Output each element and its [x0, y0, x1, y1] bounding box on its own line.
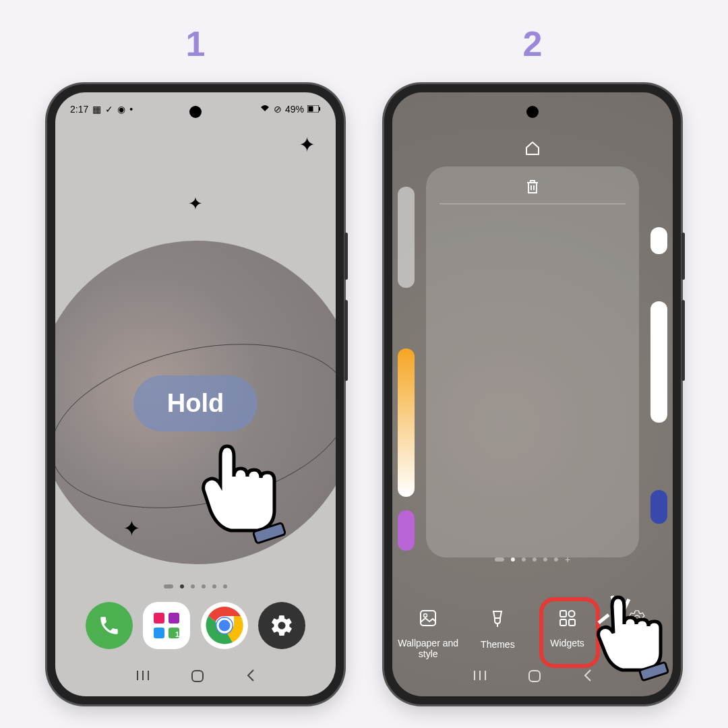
picture-icon: ▦	[92, 104, 101, 115]
check-icon: ✓	[105, 104, 113, 115]
svg-rect-16	[421, 611, 435, 626]
wallpaper-button[interactable]: Wallpaper and style	[394, 609, 462, 659]
phone-frame-2: + Wallpaper and style Themes	[384, 84, 681, 704]
step-1: 1 2:17 ▦ ✓ ◉ • ⊘ 49%	[47, 24, 344, 704]
page-preview-left[interactable]	[398, 187, 415, 288]
svg-rect-4	[169, 613, 179, 624]
side-button	[681, 300, 685, 381]
sparkle-icon: ✦	[299, 133, 315, 156]
home-screen[interactable]: 2:17 ▦ ✓ ◉ • ⊘ 49%	[55, 92, 336, 696]
edit-home-screen[interactable]: + Wallpaper and style Themes	[392, 92, 673, 696]
settings-app-icon[interactable]	[258, 602, 305, 649]
dot	[212, 584, 216, 588]
wallpaper-label: Wallpaper and style	[394, 638, 462, 659]
apps-grid-icon[interactable]: 15	[143, 602, 190, 649]
dot	[511, 557, 515, 562]
step-2: 2	[384, 24, 681, 704]
back-button[interactable]	[245, 668, 256, 688]
svg-point-17	[424, 614, 427, 617]
side-button	[681, 233, 685, 280]
dot	[522, 557, 526, 562]
status-time: 2:17	[70, 104, 88, 115]
hold-label: Hold	[167, 389, 224, 417]
brush-icon	[488, 609, 507, 634]
side-button	[344, 233, 348, 280]
dot	[180, 584, 184, 588]
svg-point-10	[218, 619, 231, 632]
page-indicator	[164, 584, 227, 588]
svg-rect-3	[154, 613, 164, 624]
divider	[439, 204, 626, 204]
dot	[223, 584, 227, 588]
hand-cursor-icon	[190, 416, 305, 553]
svg-rect-1	[309, 107, 313, 112]
recents-button[interactable]	[135, 668, 150, 688]
page-preview-right[interactable]	[650, 301, 667, 423]
sparkle-icon: ✦	[188, 193, 203, 214]
dot	[495, 557, 504, 562]
recents-button[interactable]	[473, 668, 487, 688]
page-preview-left[interactable]	[398, 510, 415, 551]
sparkle-icon: ✦	[123, 516, 141, 541]
battery-text: 49%	[285, 104, 304, 115]
wifi-icon	[260, 104, 270, 115]
side-button	[344, 300, 348, 381]
dot	[533, 557, 537, 562]
dot	[202, 584, 206, 588]
dot	[164, 584, 173, 588]
page-preview-right[interactable]	[650, 227, 667, 254]
trash-icon[interactable]	[525, 179, 540, 199]
target-icon: ◉	[117, 104, 125, 115]
svg-rect-14	[192, 671, 203, 681]
dot	[554, 557, 558, 562]
phone-app-icon[interactable]	[86, 602, 133, 649]
default-home-icon[interactable]	[524, 140, 541, 160]
no-signal-icon: ⊘	[274, 104, 282, 115]
nav-bar	[55, 668, 336, 688]
current-page-preview[interactable]	[426, 166, 639, 557]
dock: 15	[55, 602, 336, 649]
svg-rect-25	[529, 671, 540, 681]
camera-hole	[189, 106, 202, 118]
svg-text:15: 15	[175, 630, 183, 638]
themes-label: Themes	[481, 639, 515, 650]
page-indicator: +	[495, 554, 570, 565]
dot	[191, 584, 195, 588]
themes-button[interactable]: Themes	[464, 609, 531, 659]
picture-icon	[419, 609, 437, 632]
more-icon: •	[129, 104, 133, 115]
dot	[543, 557, 547, 562]
step-number-1: 1	[186, 24, 206, 64]
svg-rect-2	[319, 107, 320, 111]
step-number-2: 2	[523, 24, 543, 64]
svg-rect-5	[154, 628, 164, 638]
camera-hole	[526, 106, 539, 118]
add-page-icon[interactable]: +	[565, 554, 570, 565]
page-preview-left[interactable]	[398, 348, 415, 497]
home-button[interactable]	[526, 668, 543, 688]
chrome-app-icon[interactable]	[201, 602, 248, 649]
hand-cursor-icon	[585, 576, 673, 686]
battery-icon	[307, 104, 321, 115]
home-button[interactable]	[189, 668, 206, 688]
page-preview-right[interactable]	[650, 490, 667, 524]
phone-frame-1: 2:17 ▦ ✓ ◉ • ⊘ 49%	[47, 84, 344, 704]
